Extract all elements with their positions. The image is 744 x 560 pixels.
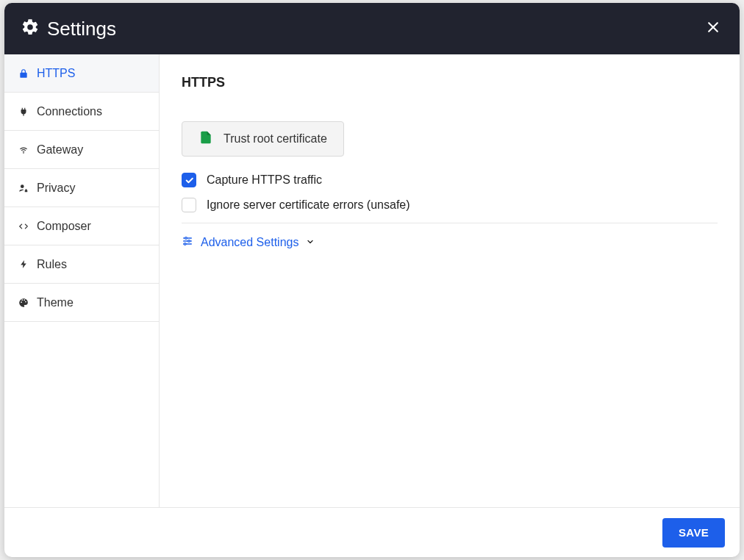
checkbox-unchecked	[182, 198, 196, 212]
checkbox-checked	[182, 173, 196, 187]
certificate-icon	[198, 130, 213, 148]
save-button[interactable]: SAVE	[662, 518, 725, 548]
bolt-icon	[18, 259, 29, 270]
capture-https-checkbox-row[interactable]: Capture HTTPS traffic	[182, 173, 718, 187]
sidebar: HTTPS Connections Gateway Privacy	[4, 54, 160, 507]
sidebar-item-connections[interactable]: Connections	[4, 93, 159, 131]
sidebar-item-label: Rules	[37, 258, 67, 271]
ignore-cert-errors-label: Ignore server certificate errors (unsafe…	[207, 198, 410, 212]
sidebar-item-label: Connections	[37, 105, 102, 118]
svg-point-3	[21, 184, 24, 188]
chevron-down-icon	[306, 236, 315, 249]
sidebar-item-theme[interactable]: Theme	[4, 284, 159, 322]
svg-point-7	[188, 240, 190, 243]
close-icon	[706, 20, 720, 37]
settings-modal: Settings HTTPS Connections	[4, 3, 740, 557]
palette-icon	[18, 297, 29, 309]
wifi-icon	[18, 144, 29, 156]
main-panel: HTTPS Trust root certificate Capture HTT…	[160, 54, 740, 507]
advanced-settings-label: Advanced Settings	[201, 236, 298, 249]
sidebar-item-privacy[interactable]: Privacy	[4, 169, 159, 207]
advanced-settings-toggle[interactable]: Advanced Settings	[182, 235, 315, 250]
page-title: HTTPS	[182, 75, 718, 90]
sliders-icon	[182, 235, 193, 250]
sidebar-item-label: Gateway	[37, 143, 83, 157]
ignore-cert-errors-checkbox-row[interactable]: Ignore server certificate errors (unsafe…	[182, 198, 718, 212]
svg-point-5	[185, 237, 187, 240]
modal-footer: SAVE	[4, 507, 740, 557]
trust-button-label: Trust root certificate	[223, 132, 327, 146]
sidebar-item-label: HTTPS	[37, 67, 75, 80]
gear-icon	[21, 18, 40, 40]
modal-header: Settings	[4, 3, 740, 54]
svg-point-2	[23, 152, 24, 153]
plug-icon	[18, 106, 29, 118]
svg-point-9	[184, 243, 186, 245]
sidebar-item-label: Composer	[37, 220, 91, 233]
lock-icon	[18, 68, 29, 79]
sidebar-item-gateway[interactable]: Gateway	[4, 131, 159, 169]
sidebar-item-label: Theme	[37, 296, 74, 309]
close-button[interactable]	[703, 18, 723, 39]
modal-title: Settings	[47, 18, 116, 40]
capture-https-label: Capture HTTPS traffic	[207, 173, 322, 187]
trust-root-certificate-button[interactable]: Trust root certificate	[182, 121, 344, 157]
sidebar-item-label: Privacy	[37, 182, 75, 195]
code-icon	[18, 220, 29, 232]
sidebar-item-composer[interactable]: Composer	[4, 207, 159, 245]
divider	[182, 223, 718, 223]
user-lock-icon	[18, 182, 29, 194]
sidebar-item-rules[interactable]: Rules	[4, 245, 159, 284]
sidebar-item-https[interactable]: HTTPS	[4, 54, 159, 93]
